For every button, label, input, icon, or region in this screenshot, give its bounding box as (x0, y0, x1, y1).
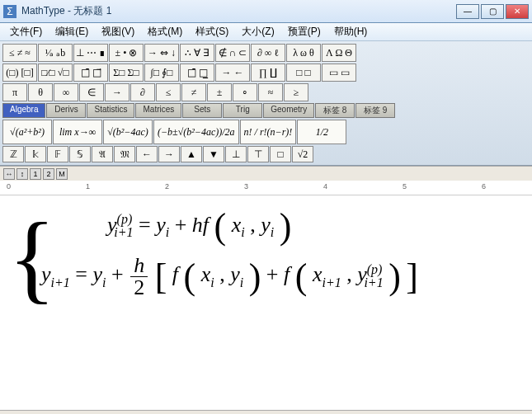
size-button-0[interactable]: ↔ (3, 168, 15, 180)
size-button-3[interactable]: 2 (43, 168, 54, 180)
glyph-cell-4[interactable]: 𝔄 (92, 146, 113, 162)
symbol-cell-6[interactable]: ∉ ∩ ⊂ (215, 44, 250, 62)
template-row: (□) [□]□⁄□ √□□̄ □⃗Σ□ Σ□∫□ ∮□□̄ □̲→ ←∏ ∐□… (2, 64, 530, 82)
symbol-cell-3[interactable]: ± • ⊗ (109, 44, 144, 62)
equation-block: y(p)i+1 = yi + hf ( xi , yi ) yi+1 = yi … (41, 212, 517, 299)
greek-cell-1[interactable]: θ (28, 83, 53, 101)
size-button-2[interactable]: 1 (30, 168, 41, 180)
menu-help[interactable]: 帮助(H) (327, 23, 374, 40)
glyph-cell-2[interactable]: 𝔽 (47, 146, 68, 162)
greek-cell-6[interactable]: ≤ (156, 83, 181, 101)
symbol-cell-5[interactable]: ∴ ∀ ∃ (180, 44, 214, 62)
left-brace: { (8, 209, 56, 308)
tab-0[interactable]: Algebra (2, 103, 45, 118)
tab-1[interactable]: Derivs (46, 103, 86, 118)
template-cell-5[interactable]: □̄ □̲ (180, 64, 214, 82)
greek-cell-9[interactable]: ∘ (233, 83, 257, 101)
symbol-row-2: πθ∞∈→∂≤≠±∘≈≥ (2, 83, 530, 101)
menu-view[interactable]: 视图(V) (95, 23, 141, 40)
tab-6[interactable]: Geometry (263, 103, 314, 118)
algebra-cell-3[interactable]: (−b±√(b²−4ac))/2a (153, 120, 239, 144)
symbol-cell-9[interactable]: Λ Ω Θ (322, 44, 356, 62)
minimize-button[interactable]: — (456, 4, 479, 19)
symbol-cell-1[interactable]: ¹⁄ₐ ₐb (38, 44, 73, 62)
tab-3[interactable]: Matrices (135, 103, 181, 118)
template-cell-8[interactable]: □ □ (286, 64, 321, 82)
template-cell-0[interactable]: (□) [□] (2, 64, 37, 82)
var-yi: y (92, 262, 102, 286)
subscript-i: i (166, 225, 169, 239)
tab-4[interactable]: Sets (182, 103, 222, 118)
greek-cell-8[interactable]: ± (207, 83, 232, 101)
tab-7[interactable]: 标签 8 (315, 103, 355, 118)
glyph-cell-13[interactable]: √2 (292, 146, 313, 162)
algebra-cell-2[interactable]: √(b²−4ac) (103, 120, 153, 144)
glyph-cell-6[interactable]: ← (136, 146, 158, 162)
glyph-cell-5[interactable]: 𝔐 (114, 146, 135, 162)
symbol-cell-7[interactable]: ∂ ∞ ℓ (251, 44, 285, 62)
greek-cell-5[interactable]: ∂ (130, 83, 155, 101)
algebra-cell-5[interactable]: 1/2 (297, 120, 346, 144)
symbol-cell-4[interactable]: → ⇔ ↓ (144, 44, 179, 62)
template-cell-9[interactable]: ▭ ▭ (322, 64, 356, 82)
menu-edit[interactable]: 编辑(E) (49, 23, 95, 40)
tab-5[interactable]: Trig (223, 103, 262, 118)
algebra-cell-0[interactable]: √(a²+b²) (2, 120, 52, 144)
lparen: ( (214, 206, 227, 247)
subscript-ip1: i+1 (322, 275, 341, 289)
algebra-cell-1[interactable]: lim x→∞ (53, 120, 102, 144)
glyph-cell-10[interactable]: ⊥ (225, 146, 247, 162)
glyph-cell-12[interactable]: □ (270, 146, 291, 162)
greek-cell-4[interactable]: → (105, 83, 129, 101)
maximize-button[interactable]: ▢ (481, 4, 504, 19)
tab-8[interactable]: 标签 9 (355, 103, 395, 118)
greek-cell-3[interactable]: ∈ (79, 83, 104, 101)
ruler: 0123456 (0, 181, 532, 195)
glyph-cell-11[interactable]: ⊤ (247, 146, 269, 162)
equation-editor[interactable]: { y(p)i+1 = yi + hf ( xi , yi ) yi+1 = y… (0, 195, 532, 410)
glyph-cell-3[interactable]: 𝕊 (69, 146, 91, 162)
symbol-cell-8[interactable]: λ ω θ (286, 44, 321, 62)
menu-file[interactable]: 文件(F) (3, 23, 49, 40)
greek-cell-7[interactable]: ≠ (181, 83, 206, 101)
menu-format[interactable]: 格式(M) (141, 23, 189, 40)
size-button-1[interactable]: ↕ (16, 168, 28, 180)
algebra-cell-4[interactable]: n! / r!(n−r)! (240, 120, 297, 144)
subscript-ip1: i+1 (114, 225, 133, 239)
template-cell-4[interactable]: ∫□ ∮□ (144, 64, 179, 82)
lparen: ( (184, 256, 196, 296)
var-x: x (313, 262, 322, 286)
template-cell-1[interactable]: □⁄□ √□ (38, 64, 73, 82)
ruler-tick: 4 (323, 182, 327, 191)
template-cell-2[interactable]: □̄ □⃗ (73, 64, 108, 82)
template-cell-6[interactable]: → ← (215, 64, 250, 82)
glyph-cell-7[interactable]: → (158, 146, 180, 162)
template-cell-3[interactable]: Σ□ Σ□ (109, 64, 144, 82)
menu-prefs[interactable]: 预置(P) (281, 23, 327, 40)
glyph-cell-1[interactable]: 𝕜 (25, 146, 46, 162)
plus: + (175, 213, 192, 237)
menu-size[interactable]: 大小(Z) (235, 23, 280, 40)
greek-cell-11[interactable]: ≥ (284, 83, 308, 101)
symbol-cell-0[interactable]: ≤ ≠ ≈ (2, 44, 37, 62)
plus: + (266, 262, 284, 286)
glyph-cell-9[interactable]: ▼ (203, 146, 224, 162)
template-cell-7[interactable]: ∏ ∐ (251, 64, 285, 82)
status-bar (0, 410, 532, 414)
window-buttons: — ▢ ✕ (456, 4, 529, 19)
menu-style[interactable]: 样式(S) (189, 23, 235, 40)
symbol-cell-2[interactable]: ⊥ ⋯ ∎ (73, 44, 108, 62)
greek-cell-10[interactable]: ≈ (258, 83, 283, 101)
app-logo: Σ (3, 5, 16, 18)
size-button-4[interactable]: M (56, 168, 68, 180)
greek-cell-0[interactable]: π (2, 83, 27, 101)
greek-cell-2[interactable]: ∞ (54, 83, 78, 101)
toolbar-area: ≤ ≠ ≈¹⁄ₐ ₐb⊥ ⋯ ∎± • ⊗→ ⇔ ↓∴ ∀ ∃∉ ∩ ⊂∂ ∞ … (0, 41, 532, 166)
close-button[interactable]: ✕ (506, 4, 529, 19)
glyph-cell-0[interactable]: ℤ (2, 146, 24, 162)
subscript-i: i (210, 275, 214, 289)
tab-2[interactable]: Statistics (87, 103, 134, 118)
symbol-row-1: ≤ ≠ ≈¹⁄ₐ ₐb⊥ ⋯ ∎± • ⊗→ ⇔ ↓∴ ∀ ∃∉ ∩ ⊂∂ ∞ … (2, 44, 530, 62)
equation-line-2: yi+1 = yi + h2 [ f ( xi , yi ) + f ( xi+… (41, 255, 517, 299)
glyph-cell-8[interactable]: ▲ (181, 146, 202, 162)
